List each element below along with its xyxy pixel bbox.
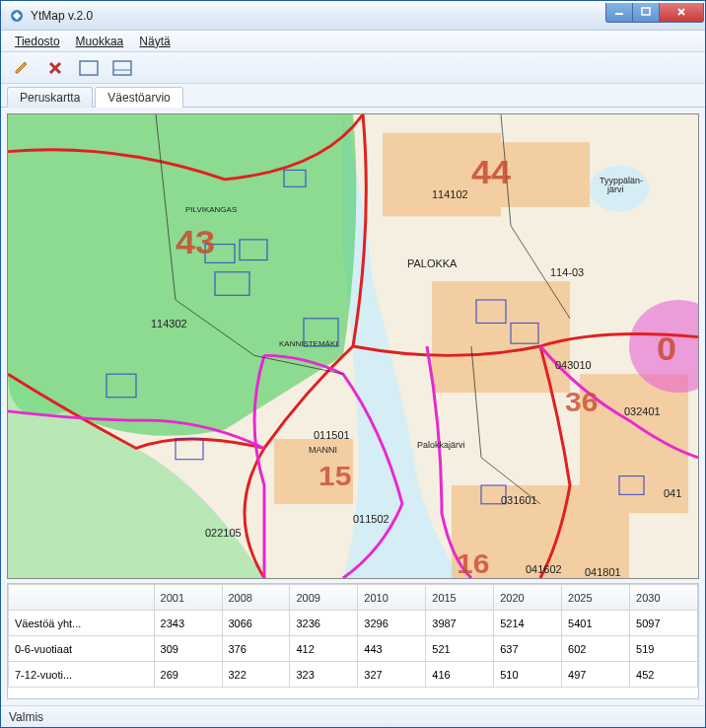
menu-edit[interactable]: Muokkaa bbox=[68, 33, 132, 50]
svg-text:022105: 022105 bbox=[205, 527, 242, 539]
region-label-44: 44 bbox=[471, 154, 512, 191]
region-label-0: 0 bbox=[657, 329, 676, 367]
svg-text:011502: 011502 bbox=[353, 513, 389, 525]
svg-text:114302: 114302 bbox=[151, 319, 187, 330]
col-2030[interactable]: 2030 bbox=[630, 585, 698, 611]
svg-text:041: 041 bbox=[664, 488, 681, 500]
delete-icon[interactable] bbox=[44, 57, 66, 79]
row-label: 7-12-vuoti... bbox=[9, 662, 155, 688]
col-blank[interactable] bbox=[9, 585, 155, 611]
svg-text:Palokkajärvi: Palokkajärvi bbox=[417, 441, 464, 451]
tab-vaestoarvio[interactable]: Väestöarvio bbox=[95, 87, 182, 108]
svg-text:041602: 041602 bbox=[526, 564, 562, 576]
table-row[interactable]: Väestöä yht... 2343 3066 3236 3296 3987 … bbox=[9, 611, 698, 636]
svg-text:114102: 114102 bbox=[432, 188, 468, 200]
table-row[interactable]: 0-6-vuotiaat 309 376 412 443 521 637 602… bbox=[9, 636, 698, 662]
fullscreen-icon[interactable] bbox=[78, 57, 100, 79]
menu-view[interactable]: Näytä bbox=[131, 33, 177, 50]
svg-rect-9 bbox=[501, 142, 590, 207]
col-2009[interactable]: 2009 bbox=[290, 585, 358, 611]
col-2001[interactable]: 2001 bbox=[154, 585, 222, 611]
maximize-button[interactable] bbox=[632, 3, 660, 23]
minimize-button[interactable] bbox=[605, 3, 633, 23]
data-table[interactable]: 2001 2008 2009 2010 2015 2020 2025 2030 … bbox=[7, 583, 699, 699]
row-label: 0-6-vuotiaat bbox=[9, 636, 155, 662]
svg-text:KANNISTEMÄKI: KANNISTEMÄKI bbox=[279, 339, 337, 348]
svg-text:114-03: 114-03 bbox=[550, 267, 584, 279]
svg-text:PALOKKA: PALOKKA bbox=[407, 257, 458, 269]
menu-file[interactable]: Tiedosto bbox=[7, 33, 68, 50]
region-label-43: 43 bbox=[176, 223, 215, 260]
panel-icon[interactable] bbox=[111, 57, 133, 79]
app-icon bbox=[9, 8, 25, 24]
menubar: Tiedosto Muokkaa Näytä bbox=[1, 31, 705, 52]
titlebar[interactable]: YtMap v.2.0 bbox=[1, 1, 705, 31]
region-label-16: 16 bbox=[457, 548, 489, 578]
region-label-36: 36 bbox=[565, 387, 598, 417]
svg-rect-3 bbox=[80, 61, 98, 75]
table-row[interactable]: 7-12-vuoti... 269 322 323 327 416 510 49… bbox=[9, 662, 698, 688]
svg-text:järvi: järvi bbox=[606, 184, 624, 194]
map-canvas[interactable]: 43 44 15 36 16 0 114302 114102 114-03 PA… bbox=[8, 114, 698, 578]
tab-peruskartta[interactable]: Peruskartta bbox=[7, 87, 93, 108]
svg-rect-1 bbox=[615, 13, 623, 15]
col-2025[interactable]: 2025 bbox=[562, 585, 630, 611]
map-viewport[interactable]: 43 44 15 36 16 0 114302 114102 114-03 PA… bbox=[7, 113, 699, 579]
app-window: YtMap v.2.0 Tiedosto Muokkaa Näytä Perus… bbox=[0, 0, 706, 728]
col-2010[interactable]: 2010 bbox=[358, 585, 426, 611]
svg-text:032401: 032401 bbox=[624, 406, 661, 418]
row-label: Väestöä yht... bbox=[9, 611, 155, 636]
col-2008[interactable]: 2008 bbox=[222, 585, 290, 611]
svg-text:PILVIKANGAS: PILVIKANGAS bbox=[185, 205, 237, 214]
svg-text:031601: 031601 bbox=[501, 494, 537, 506]
table-header-row: 2001 2008 2009 2010 2015 2020 2025 2030 bbox=[9, 585, 698, 611]
svg-rect-2 bbox=[642, 8, 650, 15]
window-controls bbox=[606, 3, 705, 23]
col-2015[interactable]: 2015 bbox=[426, 585, 494, 611]
content-area: 43 44 15 36 16 0 114302 114102 114-03 PA… bbox=[1, 108, 705, 705]
tabs: Peruskartta Väestöarvio bbox=[1, 84, 705, 108]
svg-text:043010: 043010 bbox=[555, 360, 592, 372]
svg-text:041801: 041801 bbox=[585, 566, 621, 578]
toolbar bbox=[1, 52, 705, 84]
svg-text:011501: 011501 bbox=[314, 429, 350, 441]
statusbar: Valmis bbox=[1, 705, 705, 727]
svg-rect-4 bbox=[113, 61, 131, 75]
col-2020[interactable]: 2020 bbox=[494, 585, 562, 611]
svg-text:MANNI: MANNI bbox=[309, 445, 337, 455]
window-title: YtMap v.2.0 bbox=[31, 9, 606, 23]
region-label-15: 15 bbox=[318, 461, 351, 491]
status-text: Valmis bbox=[9, 710, 43, 724]
pencil-icon[interactable] bbox=[11, 57, 33, 79]
close-button[interactable] bbox=[659, 3, 704, 23]
